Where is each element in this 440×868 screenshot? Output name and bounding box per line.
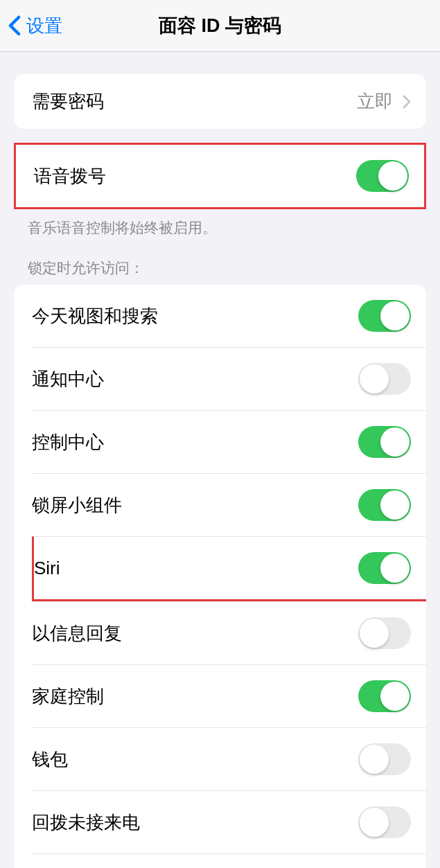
toggle-knob [380, 553, 410, 583]
access-toggle[interactable] [358, 743, 411, 775]
chevron-right-icon [403, 95, 411, 109]
require-passcode-value: 立即 [357, 89, 411, 114]
access-row: 回拨未接来电 [32, 790, 426, 853]
access-row-label: 今天视图和搜索 [32, 304, 158, 328]
toggle-knob [360, 364, 389, 393]
voice-dial-label: 语音拨号 [34, 164, 106, 188]
voice-dial-row: 语音拨号 [16, 145, 424, 207]
access-row: 锁屏小组件 [32, 473, 426, 536]
access-row-label: 锁屏小组件 [32, 493, 122, 517]
access-toggle[interactable] [358, 680, 411, 712]
access-row-label: 回拨未接来电 [32, 811, 140, 835]
toggle-knob [380, 682, 410, 711]
access-toggle[interactable] [358, 806, 411, 838]
voice-dial-highlight: 语音拨号 [14, 143, 426, 209]
access-row: USB 配件 [32, 853, 426, 868]
access-toggle[interactable] [358, 300, 411, 332]
access-row-label: 家庭控制 [32, 684, 104, 709]
page-title: 面容 ID 与密码 [159, 13, 281, 38]
back-label: 设置 [26, 14, 62, 38]
access-row: Siri [32, 536, 426, 601]
require-passcode-label: 需要密码 [32, 89, 104, 114]
toggle-knob [380, 301, 410, 330]
access-when-locked-group: 今天视图和搜索通知中心控制中心锁屏小组件Siri以信息回复家庭控制钱包回拨未接来… [14, 285, 426, 868]
toggle-knob [380, 490, 410, 520]
access-row: 通知中心 [32, 347, 426, 410]
access-toggle[interactable] [358, 426, 411, 458]
access-row: 以信息回复 [32, 601, 426, 664]
access-toggle[interactable] [358, 617, 411, 649]
access-header: 锁定时允许访问： [28, 258, 412, 278]
access-row-label: 以信息回复 [32, 621, 122, 646]
toggle-knob [360, 619, 389, 648]
access-row-label: 通知中心 [32, 367, 104, 391]
chevron-left-icon [8, 15, 21, 36]
voice-dial-footer: 音乐语音控制将始终被启用。 [28, 218, 412, 238]
access-row-label: 钱包 [32, 747, 68, 772]
toggle-knob [378, 161, 407, 191]
navigation-bar: 设置 面容 ID 与密码 [0, 0, 440, 52]
access-toggle[interactable] [358, 552, 411, 584]
access-row: 家庭控制 [32, 664, 426, 727]
access-row: 控制中心 [32, 410, 426, 473]
access-row: 今天视图和搜索 [14, 285, 426, 347]
voice-dial-toggle[interactable] [356, 160, 409, 192]
toggle-knob [360, 745, 389, 774]
access-toggle[interactable] [358, 489, 411, 521]
toggle-knob [380, 427, 410, 457]
access-row: 钱包 [32, 727, 426, 790]
require-passcode-row[interactable]: 需要密码 立即 [14, 74, 426, 129]
toggle-knob [360, 808, 389, 837]
access-row-label: Siri [34, 558, 60, 579]
back-button[interactable]: 设置 [0, 14, 62, 38]
require-passcode-group: 需要密码 立即 [14, 74, 426, 129]
access-toggle[interactable] [358, 363, 411, 395]
access-row-label: 控制中心 [32, 430, 104, 454]
